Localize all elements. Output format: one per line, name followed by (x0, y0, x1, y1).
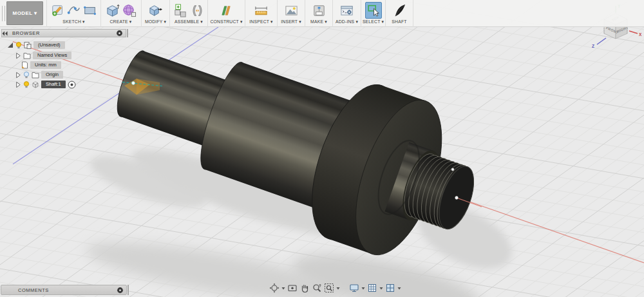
toolbar-group-addins: ADD-INS ▾ (332, 0, 361, 27)
chevron-down-icon[interactable] (397, 287, 401, 290)
quill-icon[interactable] (392, 3, 407, 18)
grid-display-icon[interactable] (367, 283, 377, 293)
toolbar-group-shaft: SHAFT (385, 0, 413, 27)
toolbar-group-create: CREATE ▾ (100, 0, 140, 27)
toolbar-group-inspect: INSPECT ▾ (245, 0, 277, 27)
panel-edge-handle[interactable] (128, 285, 129, 295)
comments-options-icon[interactable] (117, 287, 124, 294)
new-component-icon[interactable] (173, 3, 188, 18)
fusion360-window: MODEL ▾ SKETCH ▾ CREATE ▾ MODIFY ▾ (0, 0, 644, 297)
toolbar-group-modify: MODIFY ▾ (141, 0, 169, 27)
insert-menu[interactable]: INSERT ▾ (281, 19, 301, 24)
look-at-icon[interactable] (287, 283, 298, 293)
plane-icon[interactable] (219, 3, 234, 18)
folder-icon[interactable] (32, 72, 39, 79)
comments-panel[interactable]: COMMENTS (1, 285, 127, 295)
zoom-icon[interactable] (312, 283, 322, 293)
bulb-on-icon[interactable] (23, 81, 30, 88)
browser-row-shaft: Shaft:1 (15, 80, 76, 89)
collapsed-arrow-icon[interactable] (15, 52, 21, 59)
viewport-3d[interactable] (0, 0, 644, 297)
origin-point[interactable] (455, 196, 459, 200)
addins-menu[interactable]: ADD-INS ▾ (336, 19, 358, 24)
toolbar-group-assemble: ASSEMBLE ▾ (169, 0, 207, 27)
cube-icon[interactable] (32, 81, 39, 88)
browser-item-label[interactable]: (Unsaved) (33, 41, 65, 49)
chevron-down-icon[interactable] (336, 287, 340, 290)
inspect-menu[interactable]: INSPECT ▾ (249, 19, 272, 24)
bulb-blue-icon[interactable] (23, 72, 30, 79)
browser-item-label[interactable]: Units: mm (30, 61, 61, 69)
browser-row-named-views: Named Views (15, 51, 71, 60)
z-axis-label: Z (592, 44, 594, 48)
display-settings-icon[interactable] (349, 283, 359, 293)
toolbar-group-sketch: SKETCH ▾ (46, 0, 100, 27)
spline-icon[interactable] (67, 3, 81, 17)
toolbar: MODEL ▾ SKETCH ▾ CREATE ▾ MODIFY ▾ (0, 0, 644, 27)
chevron-down-icon[interactable] (281, 287, 285, 290)
collapsed-arrow-icon[interactable] (15, 72, 21, 79)
collapsed-arrow-icon[interactable] (15, 81, 21, 88)
browser-item-label[interactable]: Origin (41, 71, 63, 79)
modify-menu[interactable]: MODIFY ▾ (145, 19, 166, 24)
insert-image-icon[interactable] (284, 3, 299, 18)
toolbar-group-select: SELECT ▾ (361, 0, 385, 27)
component-doc-icon[interactable] (24, 41, 32, 49)
toolbar-grip[interactable] (2, 6, 5, 21)
vertex-point[interactable] (451, 168, 454, 171)
document-icon[interactable] (21, 61, 28, 69)
rectangle-icon[interactable] (83, 3, 97, 17)
viewcube-x-axis (629, 31, 638, 34)
construct-menu[interactable]: CONSTRUCT ▾ (210, 19, 242, 24)
select-tool-active[interactable] (365, 2, 382, 19)
make-menu[interactable]: MAKE ▾ (310, 19, 327, 24)
expanded-triangle-icon[interactable] (7, 42, 14, 48)
browser-row-root: (Unsaved) (7, 41, 65, 50)
assemble-menu[interactable]: ASSEMBLE ▾ (175, 19, 203, 24)
box-icon[interactable] (105, 3, 120, 18)
browser-item-label[interactable]: Named Views (33, 52, 71, 59)
3d-print-icon[interactable] (312, 3, 327, 18)
toolbar-group-insert: INSERT ▾ (277, 0, 305, 27)
joint-icon[interactable] (190, 3, 205, 18)
x-axis-label: X (639, 32, 642, 37)
select-menu[interactable]: SELECT ▾ (363, 19, 384, 24)
folder-icon[interactable] (23, 52, 31, 59)
toolbar-group-construct: CONSTRUCT ▾ (207, 0, 245, 27)
browser-item-label[interactable]: Shaft:1 (41, 81, 66, 88)
chevron-down-icon[interactable] (361, 287, 365, 290)
fit-icon[interactable] (324, 283, 334, 293)
navigation-bar (269, 283, 401, 293)
browser-panel-header[interactable]: BROWSER (1, 29, 126, 37)
browser-row-units: Units: mm (21, 61, 61, 70)
chevron-down-icon[interactable] (379, 287, 383, 290)
bulb-on-icon[interactable] (15, 42, 22, 49)
comments-title: COMMENTS (18, 287, 49, 293)
viewcube-z-axis (597, 38, 606, 44)
select-cursor-icon[interactable] (366, 3, 381, 17)
activate-target-icon[interactable] (68, 81, 76, 89)
create-menu[interactable]: CREATE ▾ (110, 19, 132, 24)
create-sketch-icon[interactable] (51, 3, 65, 17)
viewports-icon[interactable] (385, 283, 395, 293)
measure-icon[interactable] (254, 3, 269, 18)
press-pull-icon[interactable] (148, 3, 163, 18)
browser-row-origin: Origin (15, 70, 63, 79)
browser-panel-title: BROWSER (12, 30, 40, 36)
orbit-icon[interactable] (269, 283, 279, 293)
scripts-addins-icon[interactable] (339, 3, 354, 18)
panel-options-icon[interactable] (116, 30, 123, 37)
workspace-switcher[interactable]: MODEL ▾ (6, 1, 43, 25)
toolbar-group-make: MAKE ▾ (305, 0, 332, 27)
pan-icon[interactable] (299, 283, 310, 293)
sketch-menu[interactable]: SKETCH ▾ (62, 19, 84, 24)
panel-edge-handle[interactable] (127, 29, 128, 37)
shaft-tab-label[interactable]: SHAFT (392, 19, 406, 24)
form-icon[interactable] (122, 3, 137, 18)
collapse-panel-icon[interactable] (2, 31, 8, 36)
